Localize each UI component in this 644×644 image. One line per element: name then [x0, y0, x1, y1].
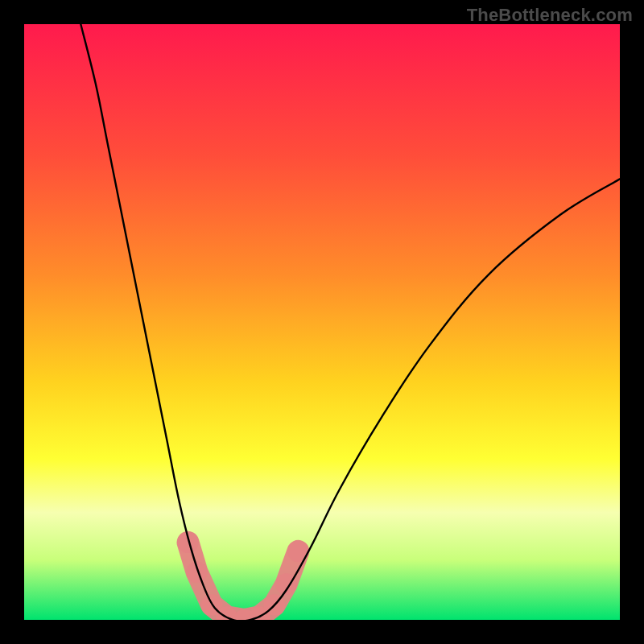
chart-frame: TheBottleneck.com	[0, 0, 644, 644]
heat-gradient-background	[24, 24, 620, 620]
plot-area	[24, 24, 620, 620]
marker-dot	[287, 541, 309, 563]
watermark-text: TheBottleneck.com	[467, 5, 633, 26]
bottleneck-curve-chart	[24, 24, 620, 620]
